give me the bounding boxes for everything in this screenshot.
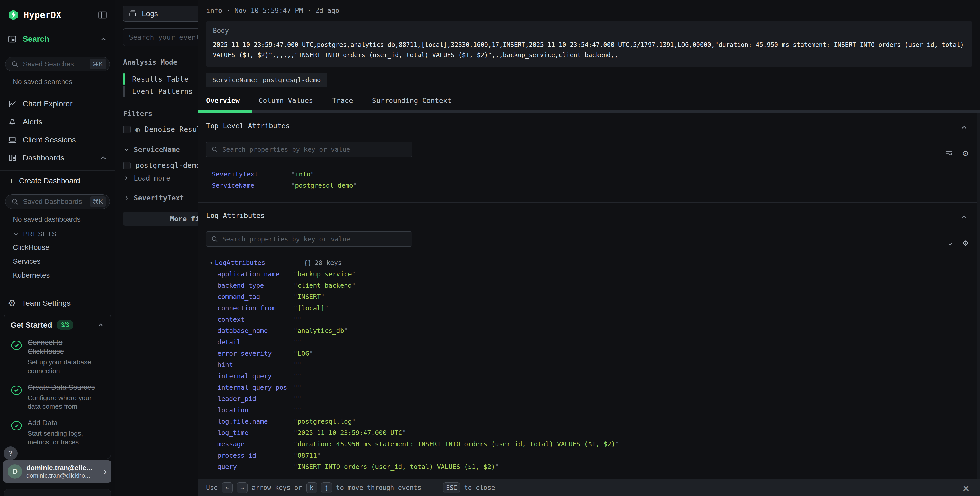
attribute-value[interactable]: analytics_db bbox=[298, 327, 344, 335]
preset-services[interactable]: Services bbox=[13, 257, 115, 266]
attribute-key[interactable]: command_tag bbox=[218, 293, 294, 301]
attribute-value[interactable]: LOG bbox=[298, 350, 309, 357]
bottom-partial-card[interactable] bbox=[4, 489, 111, 496]
source-selector[interactable]: Logs bbox=[123, 6, 198, 22]
tab-trace[interactable]: Trace bbox=[332, 97, 353, 105]
attribute-key[interactable]: database_name bbox=[218, 327, 294, 335]
sidebar-item-team-settings[interactable]: ⚙ Team Settings bbox=[0, 293, 115, 313]
gear-icon[interactable]: ⚙ bbox=[963, 148, 968, 157]
attribute-row[interactable]: detail"" bbox=[206, 337, 972, 348]
chevron-up-icon[interactable] bbox=[960, 213, 968, 221]
mode-event-patterns[interactable]: Event Patterns bbox=[123, 85, 198, 97]
collapse-sidebar-icon[interactable] bbox=[97, 10, 107, 20]
body-text[interactable]: 2025-11-10 23:59:47.000 UTC,postgres,ana… bbox=[213, 40, 966, 60]
chevron-up-icon[interactable] bbox=[97, 321, 105, 329]
sidebar-item-chart-explorer[interactable]: Chart Explorer bbox=[0, 95, 115, 113]
attribute-key[interactable]: message bbox=[218, 440, 294, 448]
detail-scroll-area[interactable]: Top Level Attributes Search properties b… bbox=[199, 113, 980, 479]
attribute-key[interactable]: context bbox=[218, 316, 294, 323]
sidebar-item-dashboards[interactable]: Dashboards bbox=[0, 149, 115, 167]
property-search-input[interactable]: Search properties by key or value bbox=[206, 231, 412, 247]
tab-surrounding-context[interactable]: Surrounding Context bbox=[372, 97, 452, 105]
load-more-button[interactable]: Load more bbox=[123, 174, 198, 182]
close-icon[interactable]: × bbox=[962, 482, 970, 494]
wrap-lines-icon[interactable] bbox=[945, 148, 953, 157]
attribute-key[interactable]: leader_pid bbox=[218, 395, 294, 402]
attribute-key[interactable]: query bbox=[218, 463, 294, 470]
scrollbar[interactable] bbox=[977, 113, 980, 479]
attribute-key[interactable]: process_id bbox=[218, 452, 294, 459]
attribute-key[interactable]: error_severity bbox=[218, 350, 294, 357]
more-filters-button[interactable]: More filters bbox=[123, 212, 198, 226]
attribute-row[interactable]: application_name"backup_service" bbox=[206, 268, 972, 280]
attribute-row[interactable]: query"INSERT INTO orders (user_id, total… bbox=[206, 461, 972, 472]
property-search-input[interactable]: Search properties by key or value bbox=[206, 142, 412, 157]
attribute-row[interactable]: hint"" bbox=[206, 359, 972, 370]
service-name-chip[interactable]: ServiceName: postgresql-demo bbox=[206, 73, 327, 87]
attribute-key[interactable]: detail bbox=[218, 338, 294, 346]
attribute-key[interactable]: hint bbox=[218, 361, 294, 368]
attribute-key[interactable]: log_time bbox=[218, 429, 294, 437]
filter-group-servicename[interactable]: ServiceName bbox=[123, 145, 198, 153]
attribute-row[interactable]: leader_pid"" bbox=[206, 393, 972, 404]
chevron-up-icon[interactable] bbox=[100, 35, 107, 43]
mode-results-table[interactable]: Results Table bbox=[123, 73, 198, 85]
attribute-key[interactable]: connection_from bbox=[218, 305, 294, 312]
attribute-row[interactable]: internal_query"" bbox=[206, 370, 972, 382]
attribute-row[interactable]: location"" bbox=[206, 404, 972, 416]
user-account-button[interactable]: D dominic.tran@clic... dominic.tran@clic… bbox=[3, 461, 111, 483]
wrap-lines-icon[interactable] bbox=[945, 238, 953, 247]
filter-value-postgresql-demo[interactable]: postgresql-demo bbox=[123, 161, 198, 170]
attribute-row[interactable]: SeverityText "info" bbox=[206, 168, 972, 180]
help-button[interactable]: ? bbox=[3, 446, 18, 460]
attribute-row[interactable]: context"" bbox=[206, 314, 972, 325]
denoise-results-row[interactable]: ◐ Denoise Results bbox=[123, 125, 198, 134]
attribute-row[interactable]: process_id"88711" bbox=[206, 450, 972, 461]
sidebar-item-search[interactable]: Search bbox=[0, 28, 115, 50]
attribute-key[interactable]: location bbox=[218, 407, 294, 414]
filter-checkbox[interactable] bbox=[123, 162, 131, 169]
attribute-row[interactable]: backend_type"client backend" bbox=[206, 280, 972, 291]
get-started-header[interactable]: Get Started 3/3 bbox=[11, 320, 105, 330]
arrow-left-key[interactable]: ← bbox=[222, 482, 233, 493]
chevron-up-icon[interactable] bbox=[960, 123, 968, 132]
j-key[interactable]: j bbox=[321, 482, 332, 493]
attribute-value[interactable]: INSERT bbox=[298, 293, 321, 301]
get-started-step-sources[interactable]: Create Data Sources Configure where your… bbox=[11, 383, 105, 411]
gear-icon[interactable]: ⚙ bbox=[963, 238, 968, 247]
k-key[interactable]: k bbox=[306, 482, 317, 493]
sidebar-item-alerts[interactable]: Alerts bbox=[0, 113, 115, 131]
tab-overview[interactable]: Overview bbox=[206, 97, 240, 105]
arrow-right-key[interactable]: → bbox=[237, 482, 248, 493]
attribute-value[interactable]: backup_service bbox=[298, 270, 352, 278]
attribute-row[interactable]: database_name"analytics_db" bbox=[206, 325, 972, 337]
esc-key[interactable]: ESC bbox=[443, 482, 460, 493]
get-started-step-connect[interactable]: Connect to ClickHouse Set up your databa… bbox=[11, 338, 105, 375]
attribute-value[interactable]: postgresql-demo bbox=[295, 182, 353, 189]
attribute-value[interactable]: 2025-11-10 23:59:47.000 UTC bbox=[298, 429, 402, 437]
attribute-row[interactable]: error_severity"LOG" bbox=[206, 348, 972, 359]
filter-group-severitytext[interactable]: SeverityText bbox=[123, 194, 198, 202]
attribute-value[interactable]: INSERT INTO orders (user_id, total) VALU… bbox=[298, 463, 495, 470]
tab-column-values[interactable]: Column Values bbox=[259, 97, 313, 105]
preset-kubernetes[interactable]: Kubernetes bbox=[13, 271, 115, 279]
get-started-step-add-data[interactable]: Add Data Start sending logs, metrics, or… bbox=[11, 418, 105, 447]
chevron-up-icon[interactable] bbox=[100, 154, 107, 162]
attribute-key[interactable]: application_name bbox=[218, 270, 294, 278]
sidebar-item-client-sessions[interactable]: Client Sessions bbox=[0, 131, 115, 149]
caret-down-icon[interactable]: ▾ bbox=[210, 260, 213, 266]
attribute-key[interactable]: internal_query_pos bbox=[218, 384, 294, 391]
denoise-checkbox[interactable] bbox=[123, 126, 131, 133]
attribute-value[interactable]: client backend bbox=[298, 282, 352, 289]
presets-toggle[interactable]: PRESETS bbox=[13, 230, 115, 238]
attribute-row[interactable]: log_time"2025-11-10 23:59:47.000 UTC" bbox=[206, 427, 972, 438]
attribute-key[interactable]: backend_type bbox=[218, 282, 294, 289]
create-dashboard-button[interactable]: + Create Dashboard bbox=[0, 171, 115, 191]
attribute-row[interactable]: connection_from"[local]" bbox=[206, 302, 972, 314]
attribute-key[interactable]: SeverityText bbox=[212, 171, 291, 178]
attribute-key[interactable]: internal_query bbox=[218, 372, 294, 380]
preset-clickhouse[interactable]: ClickHouse bbox=[13, 243, 115, 252]
attribute-row[interactable]: ServiceName "postgresql-demo" bbox=[206, 180, 972, 191]
saved-searches-input[interactable]: Saved Searches ⌘K bbox=[5, 57, 110, 71]
attribute-value[interactable]: duration: 45.950 ms statement: INSERT IN… bbox=[298, 440, 615, 448]
